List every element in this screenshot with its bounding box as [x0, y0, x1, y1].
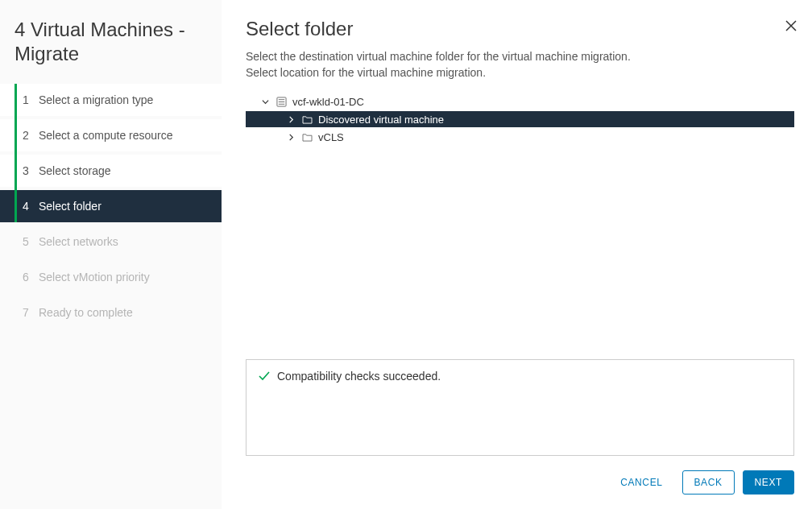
chevron-right-icon[interactable] [286, 134, 296, 141]
step-number: 5 [23, 235, 39, 248]
tree-node-vcls[interactable]: vCLS [246, 129, 794, 145]
tree-node-label: vcf-wkld-01-DC [292, 96, 364, 108]
next-button[interactable]: NEXT [743, 470, 794, 495]
back-button[interactable]: BACK [682, 470, 735, 495]
cancel-button[interactable]: CANCEL [609, 471, 673, 494]
step-select-storage[interactable]: 3 Select storage [0, 155, 222, 187]
step-label: Select networks [39, 235, 118, 248]
chevron-right-icon[interactable] [286, 116, 296, 123]
wizard-title: 4 Virtual Machines - Migrate [0, 18, 222, 84]
tree-node-discovered-vm[interactable]: Discovered virtual machine [246, 111, 794, 127]
step-label: Select a migration type [39, 93, 153, 106]
step-select-networks: 5 Select networks [0, 226, 222, 258]
wizard-steps: 1 Select a migration type 2 Select a com… [0, 84, 222, 329]
step-migration-type[interactable]: 1 Select a migration type [0, 84, 222, 116]
step-number: 3 [23, 164, 39, 177]
tree-node-datacenter[interactable]: vcf-wkld-01-DC [246, 93, 794, 110]
compatibility-status: Compatibility checks succeeded. [246, 359, 794, 456]
main-panel: Select folder Select the destination vir… [222, 0, 812, 509]
folder-icon [300, 115, 313, 124]
step-compute-resource[interactable]: 2 Select a compute resource [0, 119, 222, 151]
datacenter-icon [275, 97, 288, 107]
tree-node-label: vCLS [318, 131, 344, 143]
folder-tree: vcf-wkld-01-DC Discovered virtual machin… [246, 93, 794, 147]
step-label: Select storage [39, 164, 111, 177]
step-number: 6 [23, 271, 39, 283]
step-number: 2 [23, 129, 39, 142]
step-number: 1 [23, 93, 39, 106]
step-label: Ready to complete [39, 306, 133, 319]
footer-buttons: CANCEL BACK NEXT [246, 470, 794, 495]
status-text: Compatibility checks succeeded. [277, 370, 441, 383]
wizard-sidebar: 4 Virtual Machines - Migrate 1 Select a … [0, 0, 222, 509]
chevron-down-icon[interactable] [260, 98, 270, 106]
step-number: 4 [23, 200, 39, 213]
step-vmotion-priority: 6 Select vMotion priority [0, 261, 222, 293]
step-label: Select a compute resource [39, 129, 173, 142]
step-ready-complete: 7 Ready to complete [0, 296, 222, 329]
step-select-folder: 4 Select folder [0, 190, 222, 222]
step-number: 7 [23, 306, 39, 319]
page-description-2: Select location for the virtual machine … [246, 66, 794, 79]
tree-node-label: Discovered virtual machine [318, 114, 444, 126]
folder-icon [300, 133, 313, 142]
step-label: Select folder [39, 200, 102, 213]
step-label: Select vMotion priority [39, 271, 150, 283]
page-description-1: Select the destination virtual machine f… [246, 50, 794, 63]
page-title: Select folder [246, 18, 794, 40]
checkmark-icon [258, 370, 271, 385]
close-icon[interactable] [785, 19, 798, 35]
